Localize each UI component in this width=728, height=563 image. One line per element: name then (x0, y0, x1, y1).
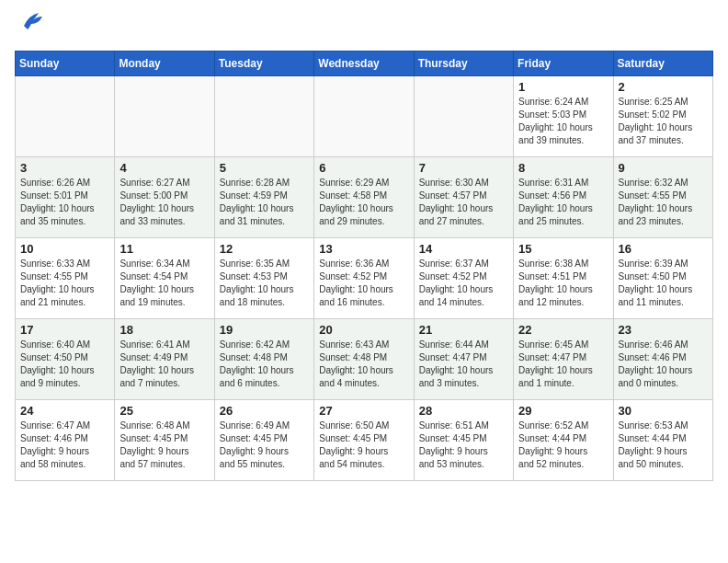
calendar-cell: 25Sunrise: 6:48 AM Sunset: 4:45 PM Dayli… (115, 400, 214, 481)
calendar-cell: 1Sunrise: 6:24 AM Sunset: 5:03 PM Daylig… (514, 76, 613, 157)
day-number: 29 (518, 404, 608, 418)
day-number: 22 (518, 323, 608, 337)
day-number: 1 (518, 80, 608, 94)
calendar-cell: 20Sunrise: 6:43 AM Sunset: 4:48 PM Dayli… (314, 319, 414, 400)
day-info: Sunrise: 6:44 AM Sunset: 4:47 PM Dayligh… (419, 339, 508, 390)
day-number: 4 (119, 161, 209, 175)
calendar-header-row: SundayMondayTuesdayWednesdayThursdayFrid… (16, 52, 713, 76)
day-number: 14 (419, 242, 508, 256)
day-number: 23 (619, 323, 708, 337)
calendar-cell: 12Sunrise: 6:35 AM Sunset: 4:53 PM Dayli… (214, 238, 313, 319)
calendar-cell: 19Sunrise: 6:42 AM Sunset: 4:48 PM Dayli… (214, 319, 313, 400)
calendar-cell: 17Sunrise: 6:40 AM Sunset: 4:50 PM Dayli… (16, 319, 115, 400)
day-number: 17 (20, 323, 109, 337)
calendar-week-row: 3Sunrise: 6:26 AM Sunset: 5:01 PM Daylig… (16, 157, 713, 238)
day-info: Sunrise: 6:51 AM Sunset: 4:45 PM Dayligh… (419, 419, 508, 471)
day-info: Sunrise: 6:34 AM Sunset: 4:54 PM Dayligh… (119, 258, 209, 309)
logo-bird-icon (20, 7, 46, 40)
calendar-cell: 30Sunrise: 6:53 AM Sunset: 4:44 PM Dayli… (613, 400, 712, 481)
calendar-cell (314, 76, 414, 157)
calendar-week-row: 24Sunrise: 6:47 AM Sunset: 4:46 PM Dayli… (16, 400, 713, 481)
day-number: 27 (319, 404, 408, 418)
day-info: Sunrise: 6:47 AM Sunset: 4:46 PM Dayligh… (20, 419, 109, 471)
day-number: 9 (619, 161, 708, 175)
day-info: Sunrise: 6:37 AM Sunset: 4:52 PM Dayligh… (419, 258, 508, 309)
logo (15, 15, 46, 40)
day-info: Sunrise: 6:30 AM Sunset: 4:57 PM Dayligh… (419, 177, 508, 228)
day-number: 6 (319, 161, 408, 175)
day-info: Sunrise: 6:48 AM Sunset: 4:45 PM Dayligh… (119, 419, 209, 471)
calendar-cell: 23Sunrise: 6:46 AM Sunset: 4:46 PM Dayli… (613, 319, 712, 400)
calendar-cell (16, 76, 115, 157)
day-info: Sunrise: 6:38 AM Sunset: 4:51 PM Dayligh… (518, 258, 608, 309)
day-number: 24 (20, 404, 109, 418)
day-number: 2 (619, 80, 708, 94)
calendar-cell: 14Sunrise: 6:37 AM Sunset: 4:52 PM Dayli… (414, 238, 513, 319)
calendar-cell: 10Sunrise: 6:33 AM Sunset: 4:55 PM Dayli… (16, 238, 115, 319)
day-info: Sunrise: 6:49 AM Sunset: 4:45 PM Dayligh… (220, 419, 309, 471)
day-info: Sunrise: 6:33 AM Sunset: 4:55 PM Dayligh… (20, 258, 109, 309)
day-number: 5 (220, 161, 309, 175)
day-number: 3 (20, 161, 109, 175)
day-info: Sunrise: 6:27 AM Sunset: 5:00 PM Dayligh… (119, 177, 209, 228)
calendar-cell: 3Sunrise: 6:26 AM Sunset: 5:01 PM Daylig… (16, 157, 115, 238)
day-number: 10 (20, 242, 109, 256)
day-info: Sunrise: 6:40 AM Sunset: 4:50 PM Dayligh… (20, 339, 109, 390)
header-day-sunday: Sunday (16, 52, 115, 76)
day-info: Sunrise: 6:52 AM Sunset: 4:44 PM Dayligh… (518, 419, 608, 471)
calendar-cell: 27Sunrise: 6:50 AM Sunset: 4:45 PM Dayli… (314, 400, 414, 481)
day-number: 21 (419, 323, 508, 337)
calendar-cell: 18Sunrise: 6:41 AM Sunset: 4:49 PM Dayli… (115, 319, 214, 400)
day-info: Sunrise: 6:39 AM Sunset: 4:50 PM Dayligh… (619, 258, 708, 309)
day-info: Sunrise: 6:26 AM Sunset: 5:01 PM Dayligh… (20, 177, 109, 228)
header-area (15, 15, 713, 40)
calendar-cell: 26Sunrise: 6:49 AM Sunset: 4:45 PM Dayli… (214, 400, 313, 481)
day-info: Sunrise: 6:29 AM Sunset: 4:58 PM Dayligh… (319, 177, 408, 228)
calendar-cell: 15Sunrise: 6:38 AM Sunset: 4:51 PM Dayli… (514, 238, 613, 319)
calendar-week-row: 17Sunrise: 6:40 AM Sunset: 4:50 PM Dayli… (16, 319, 713, 400)
day-info: Sunrise: 6:41 AM Sunset: 4:49 PM Dayligh… (119, 339, 209, 390)
calendar-cell: 9Sunrise: 6:32 AM Sunset: 4:55 PM Daylig… (613, 157, 712, 238)
day-number: 25 (119, 404, 209, 418)
calendar-cell: 5Sunrise: 6:28 AM Sunset: 4:59 PM Daylig… (214, 157, 313, 238)
calendar-cell (214, 76, 313, 157)
day-info: Sunrise: 6:43 AM Sunset: 4:48 PM Dayligh… (319, 339, 408, 390)
day-number: 15 (518, 242, 608, 256)
header-day-monday: Monday (115, 52, 214, 76)
day-number: 8 (518, 161, 608, 175)
calendar-cell (115, 76, 214, 157)
day-info: Sunrise: 6:45 AM Sunset: 4:47 PM Dayligh… (518, 339, 608, 390)
calendar-cell: 24Sunrise: 6:47 AM Sunset: 4:46 PM Dayli… (16, 400, 115, 481)
day-info: Sunrise: 6:42 AM Sunset: 4:48 PM Dayligh… (220, 339, 309, 390)
day-info: Sunrise: 6:24 AM Sunset: 5:03 PM Dayligh… (518, 96, 608, 147)
header-day-saturday: Saturday (613, 52, 712, 76)
calendar-table: SundayMondayTuesdayWednesdayThursdayFrid… (15, 51, 713, 481)
calendar-week-row: 1Sunrise: 6:24 AM Sunset: 5:03 PM Daylig… (16, 76, 713, 157)
day-info: Sunrise: 6:25 AM Sunset: 5:02 PM Dayligh… (619, 96, 708, 147)
calendar-cell: 28Sunrise: 6:51 AM Sunset: 4:45 PM Dayli… (414, 400, 513, 481)
day-info: Sunrise: 6:28 AM Sunset: 4:59 PM Dayligh… (220, 177, 309, 228)
day-number: 30 (619, 404, 708, 418)
calendar-cell: 29Sunrise: 6:52 AM Sunset: 4:44 PM Dayli… (514, 400, 613, 481)
day-info: Sunrise: 6:35 AM Sunset: 4:53 PM Dayligh… (220, 258, 309, 309)
day-info: Sunrise: 6:36 AM Sunset: 4:52 PM Dayligh… (319, 258, 408, 309)
calendar-cell: 16Sunrise: 6:39 AM Sunset: 4:50 PM Dayli… (613, 238, 712, 319)
day-number: 19 (220, 323, 309, 337)
day-number: 18 (119, 323, 209, 337)
header-day-tuesday: Tuesday (214, 52, 313, 76)
header-day-wednesday: Wednesday (314, 52, 414, 76)
calendar-cell: 2Sunrise: 6:25 AM Sunset: 5:02 PM Daylig… (613, 76, 712, 157)
calendar-cell: 21Sunrise: 6:44 AM Sunset: 4:47 PM Dayli… (414, 319, 513, 400)
day-number: 13 (319, 242, 408, 256)
day-info: Sunrise: 6:46 AM Sunset: 4:46 PM Dayligh… (619, 339, 708, 390)
day-number: 12 (220, 242, 309, 256)
calendar-cell (414, 76, 513, 157)
day-number: 26 (220, 404, 309, 418)
calendar-cell: 7Sunrise: 6:30 AM Sunset: 4:57 PM Daylig… (414, 157, 513, 238)
calendar-cell: 22Sunrise: 6:45 AM Sunset: 4:47 PM Dayli… (514, 319, 613, 400)
day-info: Sunrise: 6:31 AM Sunset: 4:56 PM Dayligh… (518, 177, 608, 228)
day-info: Sunrise: 6:53 AM Sunset: 4:44 PM Dayligh… (619, 419, 708, 471)
calendar-cell: 11Sunrise: 6:34 AM Sunset: 4:54 PM Dayli… (115, 238, 214, 319)
calendar-cell: 4Sunrise: 6:27 AM Sunset: 5:00 PM Daylig… (115, 157, 214, 238)
day-info: Sunrise: 6:32 AM Sunset: 4:55 PM Dayligh… (619, 177, 708, 228)
